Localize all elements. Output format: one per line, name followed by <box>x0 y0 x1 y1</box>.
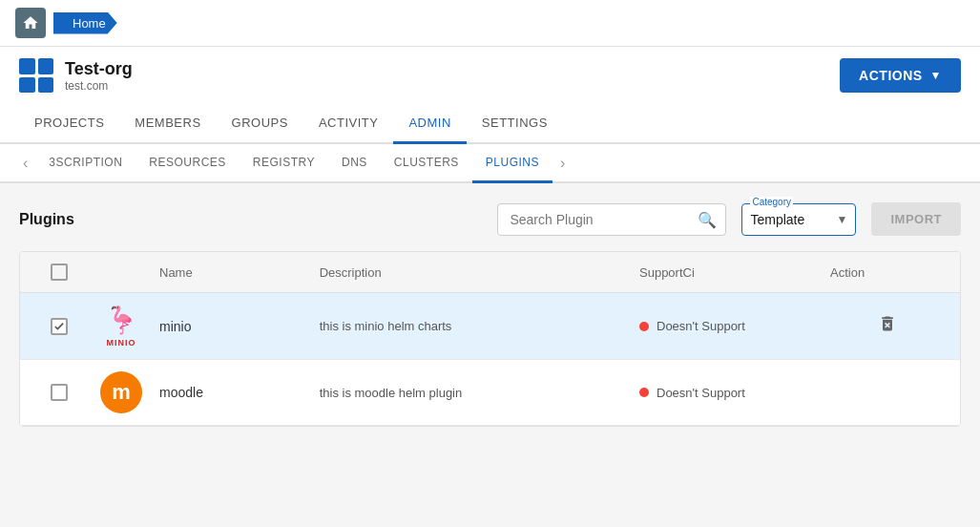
table-row: m moodle this is moodle helm plugin Does… <box>20 360 960 426</box>
search-wrap: 🔍 <box>497 203 726 236</box>
category-value: Template <box>750 212 804 227</box>
plugins-title: Plugins <box>19 211 74 228</box>
tab-activity[interactable]: ACTIVITY <box>303 104 394 144</box>
row-checkbox-minio[interactable] <box>51 318 68 335</box>
moodle-logo-cell: m <box>83 371 159 413</box>
plugins-header: Plugins 🔍 Category Template ▼ IMPORT <box>19 202 961 236</box>
moodle-logo-text: m <box>112 380 131 405</box>
category-label: Category <box>750 197 793 207</box>
trash-icon <box>878 314 897 333</box>
sub-nav-next-icon[interactable]: › <box>553 147 573 179</box>
actions-button[interactable]: ACTIONS ▼ <box>840 58 961 93</box>
tab-settings[interactable]: SETTINGS <box>467 104 563 144</box>
category-select-trigger[interactable]: Template ▼ <box>750 208 847 231</box>
row-checkbox-wrap-moodle <box>35 384 83 401</box>
chevron-down-icon: ▼ <box>930 69 942 82</box>
minio-logo-cell: 🦩 MINIO <box>83 305 159 348</box>
plugins-table: Name Description SupportCi Action 🦩 MINI… <box>19 251 961 427</box>
col-name: Name <box>159 265 320 280</box>
search-icon: 🔍 <box>698 210 717 228</box>
select-all-checkbox-wrap <box>35 264 83 281</box>
minio-logo: 🦩 MINIO <box>105 305 138 348</box>
org-domain: test.com <box>65 79 133 93</box>
plugin-name-moodle: moodle <box>159 385 320 400</box>
sub-tab-plugins[interactable]: PLUGINS <box>472 144 553 183</box>
org-name: Test-org <box>65 59 133 79</box>
sub-tab-resources[interactable]: RESOURCES <box>136 144 240 183</box>
home-icon-button[interactable] <box>15 8 46 38</box>
col-action: Action <box>830 265 945 280</box>
home-icon <box>22 14 39 32</box>
sub-tab-clusters[interactable]: CLUSTERS <box>381 144 472 183</box>
main-nav: PROJECTS MEMBERS GROUPS ACTIVITY ADMIN S… <box>0 104 980 144</box>
col-supportci: SupportCi <box>639 265 830 280</box>
category-chevron-icon: ▼ <box>837 213 848 226</box>
moodle-logo: m <box>100 371 142 413</box>
row-checkbox-wrap-minio <box>35 318 83 335</box>
search-input[interactable] <box>497 203 726 236</box>
support-cell-moodle: Doesn't Support <box>639 386 830 400</box>
table-header: Name Description SupportCi Action <box>20 252 960 293</box>
plugin-name-minio: minio <box>159 319 320 334</box>
action-cell-minio <box>830 310 945 342</box>
tab-projects[interactable]: PROJECTS <box>19 104 119 144</box>
sub-nav: ‹ 3SCRIPTION RESOURCES REGISTRY DNS CLUS… <box>0 144 980 183</box>
plugin-desc-moodle: this is moodle helm plugin <box>320 386 639 400</box>
content-area: Plugins 🔍 Category Template ▼ IMPORT Nam… <box>0 183 980 527</box>
support-dot-moodle <box>639 388 649 397</box>
org-header: Test-org test.com ACTIONS ▼ <box>0 47 980 104</box>
plugin-desc-minio: this is minio helm charts <box>320 319 639 333</box>
org-info: Test-org test.com <box>19 58 133 93</box>
import-button[interactable]: IMPORT <box>871 202 961 236</box>
support-text-minio: Doesn't Support <box>657 319 745 333</box>
tab-members[interactable]: MEMBERS <box>119 104 216 144</box>
minio-bird-icon: 🦩 <box>105 305 138 336</box>
select-all-checkbox[interactable] <box>51 264 68 281</box>
delete-button-minio[interactable] <box>874 310 901 342</box>
top-bar: Home <box>0 0 980 47</box>
breadcrumb-home[interactable]: Home <box>53 12 117 34</box>
tab-groups[interactable]: GROUPS <box>217 104 303 144</box>
tab-admin[interactable]: ADMIN <box>393 104 466 144</box>
col-description: Description <box>320 265 639 280</box>
sub-tab-description[interactable]: 3SCRIPTION <box>35 144 136 183</box>
row-checkbox-moodle[interactable] <box>51 384 68 401</box>
minio-logo-text: MINIO <box>107 338 136 348</box>
org-details: Test-org test.com <box>65 59 133 93</box>
table-row: 🦩 MINIO minio this is minio helm charts … <box>20 293 960 360</box>
support-cell-minio: Doesn't Support <box>639 319 830 333</box>
category-dropdown[interactable]: Category Template ▼ <box>741 203 856 236</box>
support-text-moodle: Doesn't Support <box>657 386 745 400</box>
sub-tab-dns[interactable]: DNS <box>328 144 381 183</box>
org-icon <box>19 58 53 93</box>
sub-tab-registry[interactable]: REGISTRY <box>240 144 328 183</box>
sub-nav-prev-icon[interactable]: ‹ <box>15 147 35 179</box>
support-dot-minio <box>639 322 649 331</box>
